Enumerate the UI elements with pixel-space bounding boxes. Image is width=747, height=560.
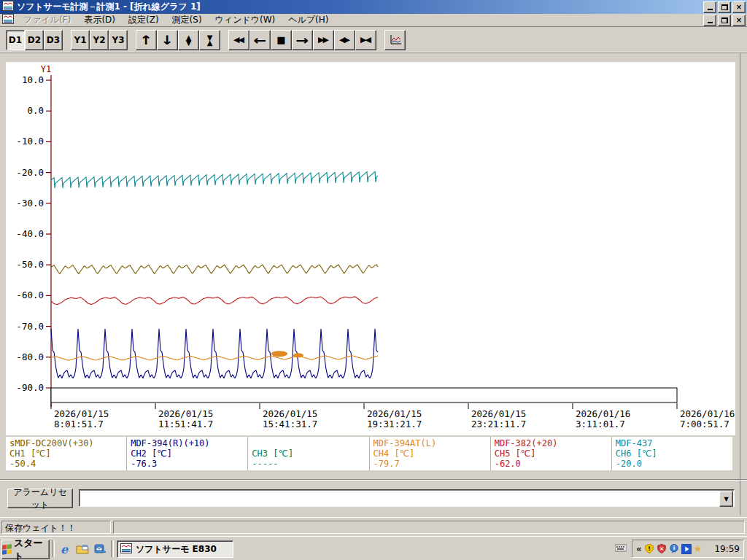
svg-text:Y1: Y1 (41, 64, 51, 74)
alarm-message-combobox[interactable]: ▼ (79, 489, 735, 507)
menu-item-4[interactable]: ウィンドウ(W) (209, 13, 282, 27)
toolbar-button-d2[interactable]: D2 (25, 30, 44, 50)
media-player-tray-icon[interactable] (681, 544, 692, 554)
step-right-button[interactable]: → (292, 30, 313, 50)
legend-cell-ch1: sMDF-DC200V(+30)CH1 [℃]-50.4 (6, 437, 126, 470)
status-secondary-pane (113, 521, 745, 534)
svg-text:-90.0: -90.0 (16, 382, 44, 393)
fast-rewind-button[interactable]: ◀◀ (228, 30, 249, 50)
line-graph-icon (389, 34, 402, 46)
menu-item-3[interactable]: 測定(S) (166, 13, 209, 27)
channel-label: CH5 [℃] (495, 448, 608, 459)
window-border (740, 53, 740, 516)
collapse-chevron-icon[interactable]: « (636, 544, 642, 554)
svg-text:2026/01/15: 2026/01/15 (367, 408, 422, 419)
system-tray: « ! × i ★ 19:59 (632, 540, 744, 558)
security-warning-icon[interactable]: ! (644, 543, 654, 554)
legend-cell-ch3: CH3 [℃]----- (247, 437, 368, 470)
svg-text:2026/01/16: 2026/01/16 (576, 408, 630, 419)
security-alert-icon[interactable]: × (657, 543, 667, 554)
start-button-label: スタート (14, 537, 49, 560)
channel-name: MDF-437 (616, 438, 729, 448)
step-left-button[interactable]: ← (249, 30, 271, 50)
compress-horizontal-button[interactable]: ▶◀ (355, 30, 376, 50)
toolbar: D1D2D3 Y1Y2Y3 ↑↓▲▼▼▲ ◀◀←■→▶▶◀▶▶◀ (0, 28, 747, 52)
svg-text:-80.0: -80.0 (16, 351, 44, 362)
channel-name (252, 438, 365, 448)
app-icon (120, 543, 132, 556)
minimize-icon (708, 22, 713, 23)
menu-item-1[interactable]: 表示(D) (77, 13, 122, 27)
info-balloon-icon[interactable]: i (669, 543, 679, 554)
alarm-reset-button[interactable]: アラームリセット (7, 489, 73, 508)
svg-text:2026/01/15: 2026/01/15 (263, 408, 317, 419)
channel-name: MDF-382(+20) (495, 438, 608, 448)
status-message: 保存ウェイト！！ (1, 521, 111, 534)
menu-item-2[interactable]: 設定(Z) (122, 13, 166, 27)
combo-dropdown-button[interactable]: ▼ (719, 491, 733, 507)
channel-label: CH4 [℃] (374, 448, 487, 459)
updates-star-icon[interactable]: ★ (694, 543, 703, 554)
divider (111, 540, 114, 557)
app-icon (2, 1, 14, 13)
expand-horizontal-button[interactable]: ◀▶ (334, 30, 355, 50)
restore-button[interactable] (718, 1, 731, 13)
document-icon[interactable] (2, 14, 14, 26)
channel-name: MDF-394(R)(+10) (131, 438, 244, 448)
start-button[interactable]: スタート (1, 540, 50, 559)
svg-text:23:21:11.7: 23:21:11.7 (471, 419, 526, 429)
svg-text:-20.0: -20.0 (16, 167, 44, 178)
toolbar-button-d3[interactable]: D3 (44, 30, 63, 50)
menu-item-0: ファイル(F) (17, 13, 77, 27)
compress-vertical-button[interactable]: ▼▲ (199, 30, 220, 50)
expand-vertical-button[interactable]: ▲▼ (178, 30, 199, 50)
title-bar: ソフトサーモ計測－計測1 - [折れ線グラフ 1] × (0, 0, 747, 14)
channel-name: sMDF-DC200V(+30) (9, 438, 123, 448)
minimize-icon (708, 9, 713, 10)
svg-text:8:01:51.7: 8:01:51.7 (54, 419, 104, 429)
graph-settings-button[interactable] (384, 30, 406, 50)
menu-bar: ファイル(F)表示(D)設定(Z)測定(S)ウィンドウ(W)ヘルプ(H) × (0, 14, 747, 27)
keyboard-layout-icon[interactable] (615, 543, 627, 554)
svg-text:19:31:21.7: 19:31:21.7 (367, 419, 422, 429)
svg-text:11:51:41.7: 11:51:41.7 (158, 419, 213, 429)
stop-button[interactable]: ■ (271, 30, 292, 50)
scroll-down-button[interactable]: ↓ (157, 30, 178, 50)
show-desktop-icon[interactable] (75, 542, 90, 556)
clock[interactable]: 19:59 (714, 544, 740, 554)
minimize-button[interactable] (703, 1, 716, 13)
legend-cell-ch2: MDF-394(R)(+10)CH2 [℃]-76.3 (126, 437, 247, 470)
divider (0, 479, 747, 481)
restore-icon (721, 18, 728, 23)
toolbar-button-y1[interactable]: Y1 (71, 30, 90, 50)
channel-value: ----- (252, 459, 365, 469)
channel-label: CH2 [℃] (131, 448, 244, 459)
line-chart: Y110.00.0-10.0-20.0-30.0-40.0-50.0-60.0-… (6, 62, 735, 435)
legend-cell-ch4: MDF-394AT(L)CH4 [℃]-79.7 (369, 437, 490, 470)
svg-text:2026/01/16: 2026/01/16 (680, 408, 735, 419)
toolbar-button-y3[interactable]: Y3 (109, 30, 128, 50)
restore-icon (721, 4, 728, 10)
channel-label: CH6 [℃] (616, 448, 729, 459)
divider (52, 540, 55, 557)
menu-item-5[interactable]: ヘルプ(H) (282, 13, 335, 27)
taskbar-item-label: ソフトサーモ E830 (136, 543, 217, 556)
doc-minimize-button[interactable] (703, 15, 716, 26)
taskbar-item-softthermo[interactable]: ソフトサーモ E830 (117, 540, 233, 558)
doc-close-button[interactable]: × (732, 15, 746, 26)
svg-text:7:00:51.7: 7:00:51.7 (680, 419, 729, 429)
close-button[interactable]: × (732, 1, 746, 13)
chart-panel: Y110.00.0-10.0-20.0-30.0-40.0-50.0-60.0-… (6, 62, 735, 435)
channel-name: MDF-394AT(L) (374, 438, 487, 448)
scroll-up-button[interactable]: ↑ (136, 30, 157, 50)
svg-text:-10.0: -10.0 (16, 136, 44, 147)
toolbar-button-y2[interactable]: Y2 (90, 30, 109, 50)
svg-text:10.0: 10.0 (22, 74, 44, 85)
doc-restore-button[interactable] (718, 15, 731, 26)
toolbar-button-d1[interactable]: D1 (6, 30, 25, 50)
fast-forward-button[interactable]: ▶▶ (313, 30, 334, 50)
outlook-express-icon[interactable] (93, 542, 107, 556)
screen: { "window": { "title": "ソフトサーモ計測－計測1 - [… (0, 0, 747, 560)
svg-text:2026/01/15: 2026/01/15 (471, 408, 526, 419)
internet-explorer-icon[interactable]: e (57, 542, 71, 556)
